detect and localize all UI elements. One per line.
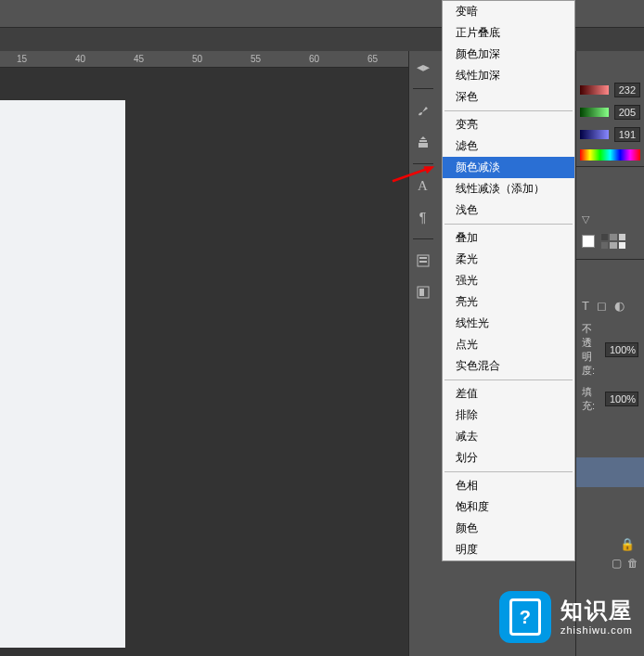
slider-value[interactable]: 232 bbox=[614, 83, 640, 97]
fill-value[interactable]: 100% bbox=[605, 392, 638, 406]
watermark-logo-icon: ? bbox=[499, 591, 551, 643]
ruler-tick: 55 bbox=[251, 54, 309, 64]
blend-mode-option[interactable]: 变暗 bbox=[443, 1, 574, 22]
blend-mode-option[interactable]: 实色混合 bbox=[443, 355, 574, 377]
slider-gradient bbox=[580, 108, 609, 117]
blend-mode-option[interactable]: 亮光 bbox=[443, 291, 574, 313]
swatch-grid-icon[interactable] bbox=[600, 233, 626, 250]
shape-filter-icon[interactable]: ◻ bbox=[597, 299, 607, 313]
ruler-tick: 60 bbox=[309, 54, 367, 64]
collapsed-panel-dock: ◂▸ A ¶ bbox=[408, 51, 436, 656]
menu-divider bbox=[444, 471, 573, 472]
blend-mode-option[interactable]: 浅色 bbox=[443, 199, 574, 221]
type-filter-icon[interactable]: T bbox=[582, 299, 589, 313]
color-slider-g[interactable]: 205 bbox=[576, 101, 644, 123]
new-layer-icon[interactable]: ▢ bbox=[612, 557, 622, 570]
document-image bbox=[0, 100, 125, 648]
ruler-tick: 65 bbox=[367, 54, 412, 64]
menu-divider bbox=[444, 379, 573, 380]
ruler-tick: 40 bbox=[75, 54, 134, 64]
watermark: ? 知识屋 zhishiwu.com bbox=[499, 591, 633, 643]
blend-mode-option[interactable]: 明度 bbox=[443, 539, 574, 560]
blend-mode-option[interactable]: 减去 bbox=[443, 426, 574, 447]
blend-mode-option[interactable]: 颜色 bbox=[443, 518, 574, 539]
horizontal-ruler: 15 40 45 50 55 60 65 bbox=[0, 51, 412, 68]
clone-panel-icon[interactable] bbox=[413, 132, 433, 152]
blend-mode-option[interactable]: 色相 bbox=[443, 475, 574, 496]
blend-mode-option[interactable]: 线性加深 bbox=[443, 65, 574, 86]
color-slider-b[interactable]: 191 bbox=[576, 123, 644, 146]
opacity-field[interactable]: 不透明度: 100% bbox=[576, 318, 644, 381]
properties-panel-icon[interactable] bbox=[413, 251, 433, 271]
blend-mode-option[interactable]: 强光 bbox=[443, 270, 574, 291]
fill-field[interactable]: 填充: 100% bbox=[576, 381, 644, 417]
menu-divider bbox=[444, 224, 573, 225]
brush-panel-icon[interactable] bbox=[413, 100, 433, 121]
ruler-tick: 15 bbox=[17, 54, 75, 64]
blend-mode-option[interactable]: 划分 bbox=[443, 447, 574, 469]
blend-mode-option[interactable]: 饱和度 bbox=[443, 496, 574, 518]
layer-footer: ▢ 🗑 bbox=[576, 551, 644, 575]
blend-mode-option[interactable]: 排除 bbox=[443, 405, 574, 426]
hue-ramp[interactable] bbox=[580, 149, 640, 161]
slider-value[interactable]: 205 bbox=[614, 105, 640, 120]
ruler-tick: 50 bbox=[192, 54, 251, 64]
color-slider-r[interactable]: 232 bbox=[576, 79, 644, 101]
blend-mode-option[interactable]: 线性光 bbox=[443, 313, 574, 334]
menu-divider bbox=[444, 110, 573, 111]
blend-mode-option-selected[interactable]: 颜色减淡 bbox=[443, 157, 574, 178]
blend-mode-dropdown: 变暗 正片叠底 颜色加深 线性加深 深色 变亮 滤色 颜色减淡 线性减淡（添加）… bbox=[442, 0, 575, 561]
blend-mode-option[interactable]: 滤色 bbox=[443, 135, 574, 157]
slider-value[interactable]: 191 bbox=[614, 127, 640, 142]
canvas-area[interactable] bbox=[0, 68, 408, 656]
triangle-icon: ▽ bbox=[582, 213, 589, 225]
collapse-dock-icon[interactable]: ◂▸ bbox=[413, 57, 433, 77]
blend-mode-option[interactable]: 正片叠底 bbox=[443, 22, 574, 44]
blend-mode-option[interactable]: 颜色加深 bbox=[443, 44, 574, 65]
watermark-title: 知识屋 bbox=[560, 598, 633, 624]
watermark-subtitle: zhishiwu.com bbox=[560, 624, 633, 637]
info-panel-icon[interactable] bbox=[413, 282, 433, 302]
blend-mode-option[interactable]: 柔光 bbox=[443, 249, 574, 270]
character-panel-icon[interactable]: A bbox=[413, 175, 433, 196]
paragraph-panel-icon[interactable]: ¶ bbox=[413, 207, 433, 227]
ruler-tick: 45 bbox=[134, 54, 192, 64]
swatch-icon[interactable] bbox=[582, 235, 595, 248]
blend-mode-option[interactable]: 叠加 bbox=[443, 227, 574, 249]
slider-gradient bbox=[580, 130, 609, 139]
svg-rect-4 bbox=[419, 289, 424, 296]
opacity-value[interactable]: 100% bbox=[605, 342, 638, 357]
trash-icon[interactable]: 🗑 bbox=[627, 557, 638, 570]
layer-item-selected[interactable] bbox=[576, 457, 644, 487]
opacity-label: 不透明度: bbox=[582, 322, 601, 378]
layer-filter-row: T ◻ ◐ bbox=[576, 293, 644, 318]
svg-rect-2 bbox=[419, 261, 427, 263]
smart-filter-icon[interactable]: ◐ bbox=[614, 299, 625, 313]
blend-mode-option[interactable]: 差值 bbox=[443, 383, 574, 405]
right-panel-group: 232 205 191 ▽ T ◻ ◐ 不透明度: 100% 填充: 100% … bbox=[575, 51, 644, 656]
svg-rect-1 bbox=[419, 257, 427, 259]
slider-gradient bbox=[580, 85, 609, 95]
fill-label: 填充: bbox=[582, 385, 601, 413]
lock-icon[interactable]: 🔒 bbox=[576, 537, 644, 551]
blend-mode-option[interactable]: 变亮 bbox=[443, 114, 574, 135]
blend-mode-option[interactable]: 点光 bbox=[443, 334, 574, 355]
blend-mode-option[interactable]: 线性减淡（添加） bbox=[443, 178, 574, 199]
blend-mode-option[interactable]: 深色 bbox=[443, 86, 574, 108]
